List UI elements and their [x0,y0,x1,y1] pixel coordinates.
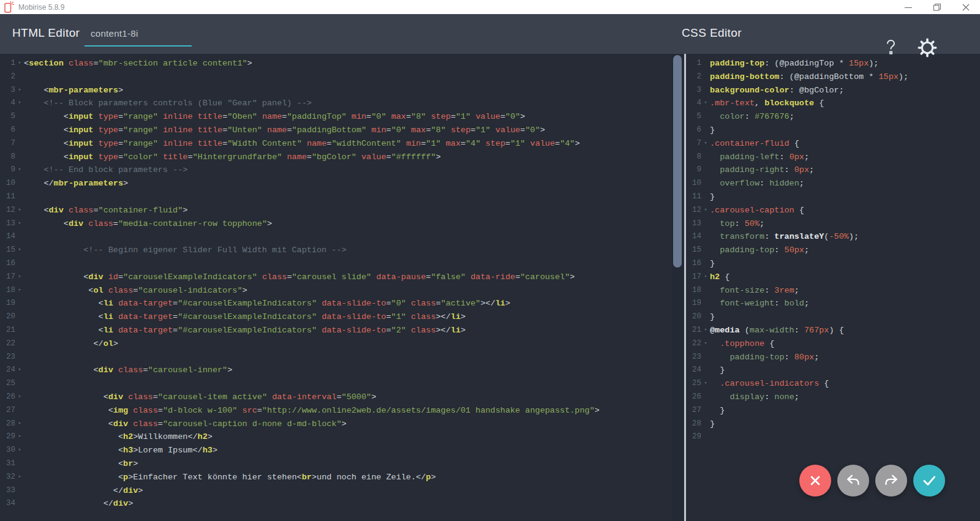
confirm-button[interactable] [913,465,945,497]
code-text[interactable]: @media (max-width: 767px) { [710,324,844,337]
code-text[interactable]: <div class="carousel-inner"> [24,364,232,377]
fold-arrow-icon[interactable]: ▾ [15,244,24,257]
code-text[interactable]: .carousel-indicators { [710,377,829,391]
code-text[interactable]: background-color: @bgColor; [710,84,844,97]
line-number: 28 [0,418,15,431]
code-line: 12▾.carousel-caption { [687,204,980,217]
code-text[interactable]: } [710,124,715,137]
code-text[interactable]: <h2>Willkommen</h2> [24,430,213,444]
code-text[interactable]: font-size: 3rem; [710,284,799,298]
html-code-editor[interactable]: 1▾<section class="mbr-section article co… [0,54,672,521]
code-text[interactable]: <div class="container-fluid"> [24,204,187,217]
code-text[interactable]: </ol> [24,337,118,351]
code-text[interactable]: overflow: hidden; [710,177,804,190]
line-number: 26 [0,391,15,404]
code-text[interactable]: <mbr-parameters> [24,84,123,97]
fold-arrow-icon[interactable]: ▾ [15,57,24,70]
fold-arrow-icon[interactable]: ▾ [15,271,24,284]
tab-content1-8i[interactable]: content1-8i [85,14,192,47]
close-button[interactable] [951,0,980,14]
undo-button[interactable] [837,465,869,497]
code-text[interactable]: <!-- Block parameters controls (Blue "Ge… [24,97,312,110]
scrollbar-thumb[interactable] [673,55,682,268]
code-text[interactable]: transform: translateY(-50%); [710,230,859,244]
code-text[interactable]: <div id="carouselExampleIndicators" clas… [24,271,575,284]
code-text[interactable]: } [710,364,725,377]
code-text[interactable]: <div class="carousel-caption d-none d-md… [24,418,347,431]
code-text[interactable]: <p>Einfacher Text könnte hier stehen<br>… [24,471,435,484]
fold-arrow-icon[interactable]: ▾ [15,471,24,484]
code-line: 19 <li data-target="#carouselExampleIndi… [0,297,672,310]
code-text[interactable]: </mbr-parameters> [24,177,128,190]
code-text[interactable]: padding-bottom: (@paddingBottom * 15px); [710,70,908,84]
fold-arrow-icon[interactable]: ▾ [15,217,24,231]
fold-arrow-icon[interactable]: ▾ [701,204,710,217]
cancel-button[interactable] [799,465,831,497]
code-line: 4▾ <!-- Block parameters controls (Blue … [0,97,672,110]
fold-spacer [701,177,710,190]
code-text[interactable]: </div> [24,484,143,498]
code-text[interactable]: .container-fluid { [710,137,799,151]
code-text[interactable]: <div class="carousel-item active" data-i… [24,391,376,404]
code-text[interactable]: top: 50%; [710,217,764,231]
fold-arrow-icon[interactable]: ▾ [701,377,710,391]
fold-arrow-icon[interactable]: ▾ [701,137,710,151]
code-text[interactable]: <input type="color" title="Hintergrundfa… [24,151,441,164]
redo-button[interactable] [875,465,907,497]
fold-arrow-icon[interactable]: ▾ [15,418,24,431]
code-text[interactable]: <input type="range" inline title="Unten"… [24,124,545,137]
code-text[interactable]: </div> [24,497,133,511]
fold-arrow-icon[interactable]: ▾ [15,284,24,298]
code-text[interactable]: <li data-target="#carouselExampleIndicat… [24,297,510,310]
fold-arrow-icon[interactable]: ▾ [15,391,24,404]
fold-spacer [15,457,24,471]
code-text[interactable]: <ol class="carousel-indicators"> [24,284,247,298]
code-text[interactable]: h2 { [710,271,729,284]
fold-arrow-icon[interactable]: ▾ [15,97,24,110]
line-number: 21 [0,324,15,337]
code-text[interactable]: } [710,404,725,418]
code-line: 8 <input type="color" title="Hintergrund… [0,151,672,164]
code-text[interactable]: <input type="range" inline title="Width … [24,137,580,151]
code-text[interactable]: padding-top: 50px; [710,244,809,257]
fold-arrow-icon[interactable]: ▾ [15,163,24,177]
code-text[interactable]: .mbr-text, blockquote { [710,97,824,110]
fold-arrow-icon[interactable]: ▾ [701,97,710,110]
code-text[interactable]: <section class="mbr-section article cont… [24,57,252,70]
code-text[interactable]: <!-- End block parameters --> [24,163,187,177]
fold-arrow-icon[interactable]: ▾ [15,204,24,217]
code-text[interactable]: .topphone { [710,337,774,351]
code-text[interactable]: display: none; [710,391,799,404]
code-text[interactable]: font-weight: bold; [710,297,809,310]
code-text[interactable]: padding-top: (@paddingTop * 15px); [710,57,878,70]
code-text[interactable]: <div class="media-container-row topphone… [24,217,272,231]
code-text[interactable]: color: #767676; [710,110,794,124]
code-text[interactable]: <h3>Lorem Ipsum</h3> [24,444,217,457]
code-text[interactable]: } [710,418,715,431]
code-text[interactable]: padding-top: 80px; [710,351,819,364]
fold-arrow-icon[interactable]: ▾ [15,364,24,377]
fold-arrow-icon[interactable]: ▾ [15,84,24,97]
line-number: 3 [0,84,15,97]
code-text[interactable]: } [710,257,715,271]
code-text[interactable]: padding-right: 0px; [710,163,814,177]
restore-button[interactable] [922,0,951,14]
code-text[interactable]: } [710,310,715,324]
code-text[interactable]: <input type="range" inline title="Oben" … [24,110,525,124]
code-text[interactable]: } [710,190,715,204]
fold-arrow-icon[interactable]: ▾ [701,324,710,337]
code-text[interactable]: <li data-target="#carouselExampleIndicat… [24,310,466,324]
fold-arrow-icon[interactable]: ▾ [15,444,24,457]
code-text[interactable]: <!-- Beginn eigener Slider Full Width mi… [24,244,347,257]
fold-arrow-icon[interactable]: ▾ [701,337,710,351]
code-text[interactable]: <br> [24,457,138,471]
css-code-editor[interactable]: 1padding-top: (@paddingTop * 15px);2padd… [687,54,980,521]
code-text[interactable]: <li data-target="#carouselExampleIndicat… [24,324,466,337]
code-text[interactable]: padding-left: 0px; [710,151,809,164]
fold-arrow-icon[interactable]: ▾ [701,271,710,284]
code-text[interactable]: <img class="d-block w-100" src="http://w… [24,404,600,418]
line-number: 26 [687,391,701,404]
code-text[interactable]: .carousel-caption { [710,204,804,217]
minimize-button[interactable] [894,0,922,14]
fold-arrow-icon[interactable]: ▾ [15,430,24,444]
